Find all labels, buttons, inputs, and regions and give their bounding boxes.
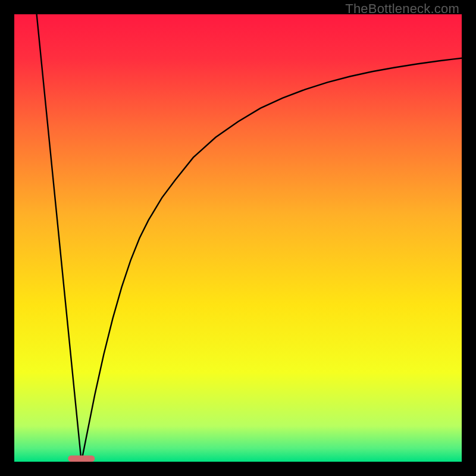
chart-frame: TheBottleneck.com <box>0 0 476 476</box>
watermark-text: TheBottleneck.com <box>345 1 459 17</box>
chart-svg <box>14 14 462 462</box>
plot-area <box>14 14 462 462</box>
target-marker <box>68 455 95 462</box>
gradient-background <box>14 14 462 462</box>
